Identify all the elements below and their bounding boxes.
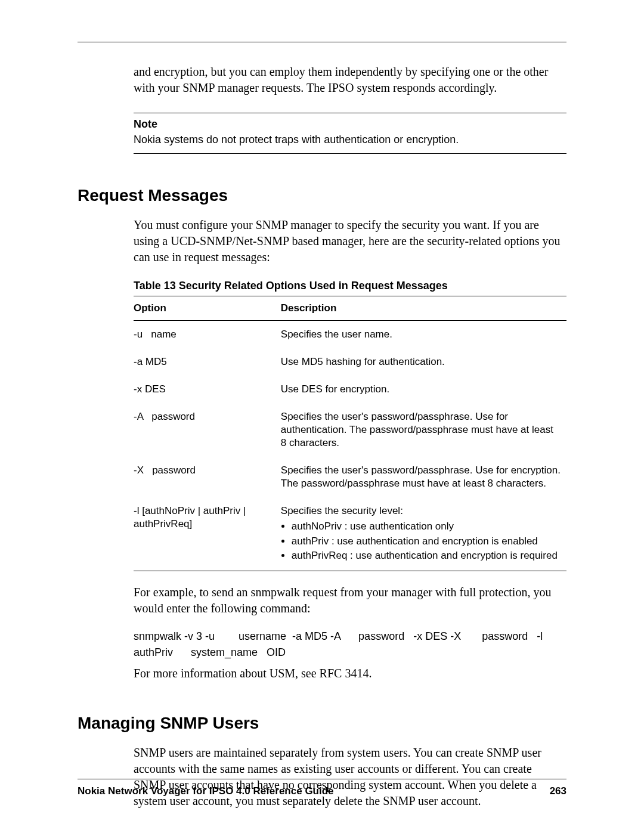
intro-paragraph: and encryption, but you can employ them … xyxy=(134,64,566,96)
table-row: -x DES Use DES for encryption. xyxy=(134,376,566,403)
note-box: Note Nokia systems do not protect traps … xyxy=(134,113,566,154)
opt-cell: -A password xyxy=(134,403,281,457)
desc-cell: Use DES for encryption. xyxy=(281,376,566,403)
security-level-list: authNoPriv : use authentication only aut… xyxy=(281,520,562,562)
example-para: For example, to send an snmpwalk request… xyxy=(134,584,566,617)
sec-level-lead: Specifies the security level: xyxy=(281,505,403,516)
desc-cell: Use MD5 hashing for authentication. xyxy=(281,348,566,376)
table-row: -u name Specifies the user name. xyxy=(134,320,566,348)
opt-cell: -X password xyxy=(134,457,281,497)
desc-cell: Specifies the security level: authNoPriv… xyxy=(281,497,566,571)
table-row: -X password Specifies the user's passwor… xyxy=(134,457,566,497)
list-item: authPrivReq : use authentication and enc… xyxy=(292,549,562,562)
table-row: -l [authNoPriv | authPriv | authPrivReq]… xyxy=(134,497,566,571)
page: and encryption, but you can employ them … xyxy=(0,0,644,833)
table-caption: Table 13 Security Related Options Used i… xyxy=(134,280,566,296)
request-messages-para: You must configure your SNMP manager to … xyxy=(134,217,566,265)
top-rule xyxy=(78,42,566,42)
opt-cell: -u name xyxy=(134,320,281,348)
page-footer: Nokia Network Voyager for IPSO 4.0 Refer… xyxy=(78,779,566,797)
desc-cell: Specifies the user name. xyxy=(281,320,566,348)
note-text: Nokia systems do not protect traps with … xyxy=(134,134,459,145)
page-number: 263 xyxy=(550,785,566,797)
note-label: Note xyxy=(134,117,566,131)
table-row: -A password Specifies the user's passwor… xyxy=(134,403,566,457)
footer-title: Nokia Network Voyager for IPSO 4.0 Refer… xyxy=(78,785,334,797)
heading-request-messages: Request Messages xyxy=(78,186,566,205)
list-item: authPriv : use authentication and encryp… xyxy=(292,535,562,548)
opt-cell: -x DES xyxy=(134,376,281,403)
col-description: Description xyxy=(281,296,566,321)
command-example: snmpwalk -v 3 -u username -a MD5 -A pass… xyxy=(134,628,566,661)
list-item: authNoPriv : use authentication only xyxy=(292,520,562,533)
col-option: Option xyxy=(134,296,281,321)
table-row: -a MD5 Use MD5 hashing for authenticatio… xyxy=(134,348,566,376)
opt-cell: -a MD5 xyxy=(134,348,281,376)
usm-para: For more information about USM, see RFC … xyxy=(134,665,566,682)
managing-users-para: SNMP users are maintained separately fro… xyxy=(134,745,566,809)
opt-cell: -l [authNoPriv | authPriv | authPrivReq] xyxy=(134,497,281,571)
heading-managing-snmp-users: Managing SNMP Users xyxy=(78,714,566,733)
options-table: Option Description -u name Specifies the… xyxy=(134,296,566,571)
desc-cell: Specifies the user's password/passphrase… xyxy=(281,457,566,497)
desc-cell: Specifies the user's password/passphrase… xyxy=(281,403,566,457)
